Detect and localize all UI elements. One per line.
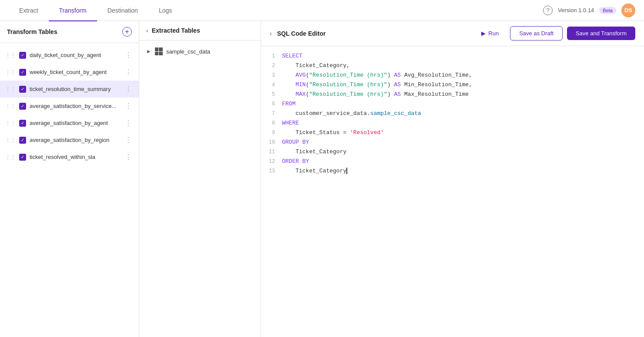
- extracted-item[interactable]: ► sample_csc_data: [139, 44, 261, 59]
- drag-handle-icon: ⋮⋮: [5, 137, 16, 143]
- collapse-right-button[interactable]: ‹: [270, 30, 272, 37]
- run-icon: ▶: [481, 30, 486, 37]
- sql-code-editor[interactable]: 1 SELECT 2 Ticket_Category, 3 AVG("Resol…: [261, 46, 644, 337]
- drag-handle-icon: ⋮⋮: [5, 52, 16, 58]
- code-line-9: 9 Ticket_Status = 'Resolved': [261, 128, 644, 138]
- nav-tabs: Extract Transform Destination Logs: [9, 0, 182, 21]
- version-text: Version 1.0.14: [558, 7, 594, 13]
- middle-panel: ‹ Extracted Tables ► sample_csc_data: [139, 21, 261, 337]
- more-options-icon[interactable]: ⋮: [123, 50, 134, 60]
- table-item[interactable]: ⋮⋮ ticket_resolved_within_sla ⋮: [0, 148, 139, 165]
- code-line-11: 11 Ticket_Category: [261, 147, 644, 157]
- nav-right: ? Version 1.0.14 Beta DS: [543, 3, 635, 17]
- drag-handle-icon: ⋮⋮: [5, 103, 16, 109]
- more-options-icon[interactable]: ⋮: [123, 67, 134, 77]
- table-name: average_satisfaction_by_region: [30, 137, 120, 143]
- tab-destination[interactable]: Destination: [97, 0, 148, 21]
- top-navigation: Extract Transform Destination Logs ? Ver…: [0, 0, 644, 21]
- beta-badge: Beta: [599, 7, 616, 14]
- tab-transform[interactable]: Transform: [49, 0, 97, 21]
- table-item[interactable]: ⋮⋮ weekly_ticket_count_by_agent ⋮: [0, 64, 139, 81]
- left-panel-header: Transform Tables +: [0, 21, 139, 43]
- code-line-12: 12 ORDER BY: [261, 157, 644, 166]
- code-line-1: 1 SELECT: [261, 51, 644, 61]
- table-item[interactable]: ⋮⋮ daily_ticket_count_by_agent ⋮: [0, 47, 139, 64]
- checkbox-icon: [19, 137, 26, 144]
- table-name: ticket_resolution_time_summary: [30, 86, 120, 92]
- extracted-tables-title: Extracted Tables: [152, 27, 200, 34]
- code-line-8: 8 WHERE: [261, 118, 644, 128]
- table-grid-icon: [155, 47, 163, 55]
- save-draft-button[interactable]: Save as Draft: [510, 26, 563, 40]
- code-line-3: 3 AVG("Resolution_Time (hrs)") AS Avg_Re…: [261, 71, 644, 80]
- more-options-icon[interactable]: ⋮: [123, 135, 134, 145]
- table-item[interactable]: ⋮⋮ average_satisfaction_by_agent ⋮: [0, 115, 139, 131]
- checkbox-icon: [19, 52, 26, 59]
- right-panel: ‹ SQL Code Editor ▶ Run Save as Draft Sa…: [261, 21, 644, 337]
- code-line-2: 2 Ticket_Category,: [261, 61, 644, 71]
- help-icon[interactable]: ?: [543, 6, 553, 15]
- checkbox-icon: [19, 120, 26, 127]
- left-panel: Transform Tables + ⋮⋮ daily_ticket_count…: [0, 21, 139, 337]
- more-options-icon[interactable]: ⋮: [123, 84, 134, 94]
- code-line-5: 5 MAX("Resolution_Time (hrs)") AS Max_Re…: [261, 90, 644, 99]
- add-table-button[interactable]: +: [122, 27, 132, 37]
- more-options-icon[interactable]: ⋮: [123, 101, 134, 111]
- checkbox-icon: [19, 154, 26, 161]
- save-transform-button[interactable]: Save and Transform: [567, 27, 635, 40]
- transform-tables-title: Transform Tables: [7, 28, 57, 35]
- checkbox-icon: [19, 86, 26, 93]
- code-line-6: 6 FROM: [261, 99, 644, 109]
- editor-header-left: ‹ SQL Code Editor: [270, 30, 325, 37]
- code-line-4: 4 MIN("Resolution_Time (hrs)") AS Min_Re…: [261, 80, 644, 90]
- table-name: daily_ticket_count_by_agent: [30, 52, 120, 58]
- table-name: ticket_resolved_within_sla: [30, 154, 120, 160]
- run-label: Run: [488, 30, 499, 37]
- table-item[interactable]: ⋮⋮ average_satisfaction_by_service... ⋮: [0, 98, 139, 115]
- tab-logs[interactable]: Logs: [148, 0, 182, 21]
- editor-title: SQL Code Editor: [277, 30, 326, 37]
- expand-arrow-icon: ►: [146, 48, 151, 54]
- drag-handle-icon: ⋮⋮: [5, 154, 16, 160]
- tab-extract[interactable]: Extract: [9, 0, 49, 21]
- drag-handle-icon: ⋮⋮: [5, 69, 16, 75]
- collapse-middle-button[interactable]: ‹: [146, 27, 148, 34]
- middle-panel-header: ‹ Extracted Tables: [139, 21, 261, 40]
- transform-table-list: ⋮⋮ daily_ticket_count_by_agent ⋮ ⋮⋮ week…: [0, 43, 139, 337]
- code-line-10: 10 GROUP BY: [261, 138, 644, 147]
- drag-handle-icon: ⋮⋮: [5, 120, 16, 126]
- table-name: weekly_ticket_count_by_agent: [30, 69, 120, 75]
- code-line-7: 7 customer_service_data.sample_csc_data: [261, 109, 644, 118]
- code-line-13: 13 Ticket_Category​: [261, 166, 644, 176]
- run-button[interactable]: ▶ Run: [474, 27, 506, 39]
- extracted-table-name: sample_csc_data: [166, 48, 254, 55]
- checkbox-icon: [19, 103, 26, 110]
- checkbox-icon: [19, 69, 26, 76]
- avatar[interactable]: DS: [621, 3, 635, 17]
- table-item-active[interactable]: ⋮⋮ ticket_resolution_time_summary ⋮: [0, 81, 139, 98]
- table-name: average_satisfaction_by_service...: [30, 103, 120, 109]
- drag-handle-icon: ⋮⋮: [5, 86, 16, 92]
- table-name: average_satisfaction_by_agent: [30, 120, 120, 126]
- extracted-table-list: ► sample_csc_data: [139, 40, 261, 337]
- editor-header-right: ▶ Run Save as Draft Save and Transform: [474, 26, 635, 40]
- table-item[interactable]: ⋮⋮ average_satisfaction_by_region ⋮: [0, 131, 139, 148]
- more-options-icon[interactable]: ⋮: [123, 118, 134, 128]
- more-options-icon[interactable]: ⋮: [123, 152, 134, 162]
- main-layout: Transform Tables + ⋮⋮ daily_ticket_count…: [0, 21, 644, 337]
- editor-header: ‹ SQL Code Editor ▶ Run Save as Draft Sa…: [261, 21, 644, 46]
